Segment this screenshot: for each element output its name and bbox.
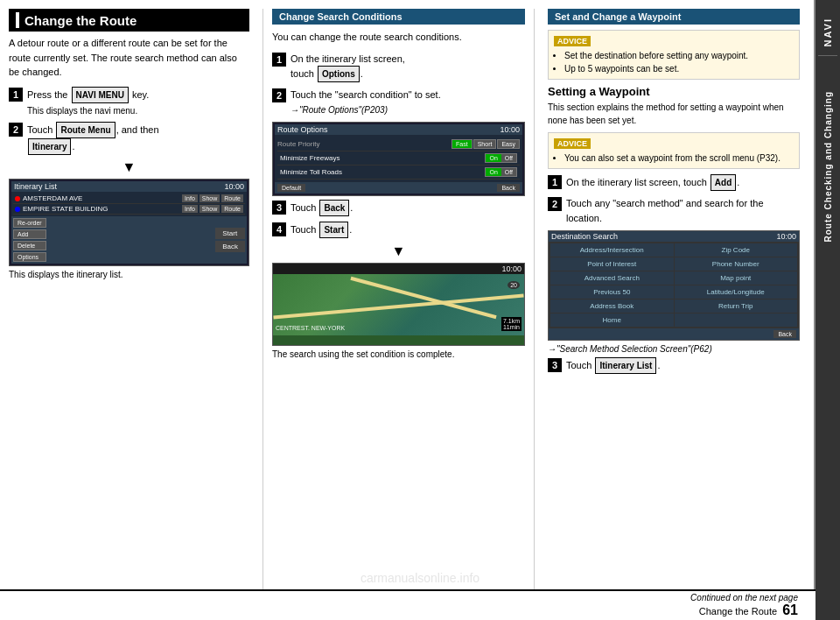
route-options-time: 10:00	[500, 125, 520, 134]
right-step-2-text: Touch any "search method" and search for…	[566, 196, 800, 225]
back-btn[interactable]: Back	[215, 241, 245, 252]
map-distance-label: 7.1km11min	[501, 317, 522, 331]
itinerary-caption: This displays the itinerary list.	[9, 270, 249, 279]
fast-btn[interactable]: Fast	[452, 139, 472, 149]
dest-item-poi[interactable]: Point of Interest	[550, 257, 674, 271]
info-btn-1[interactable]: Info	[182, 194, 198, 202]
reorder-btn[interactable]: Re-order	[13, 218, 46, 228]
nav-list-item-2: EMPIRE STATE BUILDING Info Show Route	[13, 204, 245, 215]
mid-step-4: 4 Touch Start.	[272, 222, 525, 238]
nav-screen-footer: Re-order Add Delete Options Start Back	[11, 216, 247, 264]
right-step-1-num: 1	[548, 175, 562, 189]
map-header-time: 10:00	[501, 264, 522, 273]
section-label: Change the Route	[699, 606, 777, 616]
info-btn-2[interactable]: Info	[182, 205, 198, 213]
start-btn[interactable]: Start	[215, 228, 245, 239]
mid-step-3: 3 Touch Back.	[272, 200, 525, 216]
step-1: 1 Press the NAVI MENU key. This displays…	[9, 87, 249, 118]
step-1-num: 1	[9, 88, 23, 102]
change-route-description: A detour route or a different route can …	[9, 36, 249, 80]
route-btn-1[interactable]: Route	[221, 194, 243, 202]
change-search-title: Change Search Conditions	[279, 11, 402, 22]
search-method-ref: →"Search Method Selection Screen"(P62)	[548, 344, 800, 354]
add-btn[interactable]: Add	[13, 229, 46, 239]
toggle-off-2: Off	[501, 168, 516, 176]
bottom-bar: Continued on the next page Change the Ro…	[0, 589, 816, 620]
dest-item-advanced[interactable]: Advanced Search	[550, 271, 674, 285]
nav-screen-time: 10:00	[224, 182, 244, 191]
change-search-intro: You can change the route search conditio…	[272, 30, 525, 45]
arrow-down-1: ▼	[9, 159, 249, 175]
map-body: 20 CENTREST. NEW-YORK 7.1km11min	[273, 274, 524, 335]
setting-waypoint-title: Setting a Waypoint	[548, 85, 800, 98]
nav-screen-body: AMSTERDAM AVE Info Show Route EMPIRE STA…	[11, 192, 247, 216]
mid-step-2-num: 2	[272, 88, 286, 102]
step-2-text: Touch Route Menu, and then Itinerary.	[27, 122, 159, 155]
right-tab: NAVI Route Checking and Changing	[816, 0, 840, 620]
mid-step-1-num: 1	[272, 53, 286, 67]
dest-item-phone[interactable]: Phone Number	[675, 257, 798, 271]
dest-item-addressbook[interactable]: Address Book	[550, 299, 674, 313]
show-btn-2[interactable]: Show	[200, 205, 220, 213]
advice-label-2: ADVICE	[554, 138, 591, 149]
advice-list-1: Set the destination before setting any w…	[554, 49, 794, 75]
step-1-subtext: This displays the navi menu.	[27, 106, 137, 116]
step-1-text: Press the NAVI MENU key. This displays t…	[27, 87, 149, 118]
dot-red-1	[15, 196, 20, 201]
mid-step-2: 2 Touch the "search condition" to set. →…	[272, 88, 525, 116]
minimize-freeways-row: Minimize Freeways On Off	[277, 151, 520, 166]
nav-item-buttons-1: Info Show Route	[182, 194, 243, 202]
waypoint-header-bar: Set and Change a Waypoint	[548, 9, 800, 25]
dest-item-home[interactable]: Home	[550, 314, 674, 327]
nav-item-text-2: EMPIRE STATE BUILDING	[23, 205, 182, 213]
map-center-label: CENTREST. NEW-YORK	[276, 325, 345, 331]
advice-list-2: You can also set a waypoint from the scr…	[554, 151, 794, 165]
route-btn-2[interactable]: Route	[221, 205, 243, 213]
advice-label-1: ADVICE	[554, 36, 591, 46]
route-priority-row: Route Priority Fast Short Easy	[277, 137, 520, 151]
dest-item-return[interactable]: Return Trip	[675, 299, 798, 313]
options-key: Options	[318, 66, 360, 82]
right-step-2-num: 2	[548, 197, 562, 211]
dest-item-zip[interactable]: Zip Code	[675, 243, 798, 257]
footer-right-btns: Re-order Add Delete Options	[13, 218, 46, 262]
continued-text: Continued on the next page	[690, 593, 798, 602]
back-btn-opts[interactable]: Back	[497, 184, 520, 192]
itinerary-list-key: Itinerary List	[595, 357, 656, 374]
dest-item-latlong[interactable]: Latitude/Longitude	[675, 285, 798, 299]
dest-back-btn[interactable]: Back	[774, 330, 796, 338]
page-container: Change the Route A detour route or a dif…	[0, 0, 840, 620]
dest-item-previous[interactable]: Previous 50	[550, 285, 674, 299]
right-step-3-num: 3	[548, 358, 562, 372]
dest-item-address[interactable]: Address/Intersection	[550, 243, 674, 257]
dest-screen-header: Destination Search 10:00	[549, 231, 799, 242]
nav-list-item-1: AMSTERDAM AVE Info Show Route	[13, 194, 245, 204]
search-complete-caption: The search using the set condition is co…	[272, 349, 525, 359]
minimize-freeways-toggle[interactable]: On Off	[485, 153, 517, 163]
right-step-1: 1 On the itinerary list screen, touch Ad…	[548, 174, 800, 191]
delete-btn[interactable]: Delete	[13, 241, 46, 250]
show-btn-1[interactable]: Show	[200, 194, 220, 202]
step-2-num: 2	[9, 123, 23, 137]
map-speed-indicator: 20	[508, 281, 520, 289]
dest-item-map[interactable]: Map point	[675, 271, 798, 285]
toggle-on-1: On	[486, 154, 500, 162]
arrow-down-2: ▼	[272, 243, 525, 259]
mid-step-2-text: Touch the "search condition" to set. →"R…	[290, 88, 441, 116]
main-content: Change the Route A detour route or a dif…	[0, 0, 816, 620]
default-btn[interactable]: Default	[277, 184, 305, 192]
short-btn[interactable]: Short	[473, 139, 497, 149]
nav-item-text-1: AMSTERDAM AVE	[23, 194, 182, 202]
itinerary-screen: Itinerary List 10:00 AMSTERDAM AVE Info …	[9, 179, 249, 266]
nav-screen-header: Itinerary List 10:00	[11, 181, 247, 192]
easy-btn[interactable]: Easy	[497, 139, 520, 149]
tab-divider	[818, 55, 837, 56]
minimize-toll-toggle[interactable]: On Off	[485, 167, 517, 177]
minimize-toll-row: Minimize Toll Roads On Off	[277, 166, 520, 180]
mid-step-4-num: 4	[272, 222, 286, 236]
advice-item-1-1: Set the destination before setting any w…	[564, 49, 794, 62]
route-options-body: Route Priority Fast Short Easy Minimize …	[275, 135, 522, 182]
toggle-off-1: Off	[501, 154, 516, 162]
options-btn[interactable]: Options	[13, 252, 46, 262]
step-2: 2 Touch Route Menu, and then Itinerary.	[9, 122, 249, 155]
